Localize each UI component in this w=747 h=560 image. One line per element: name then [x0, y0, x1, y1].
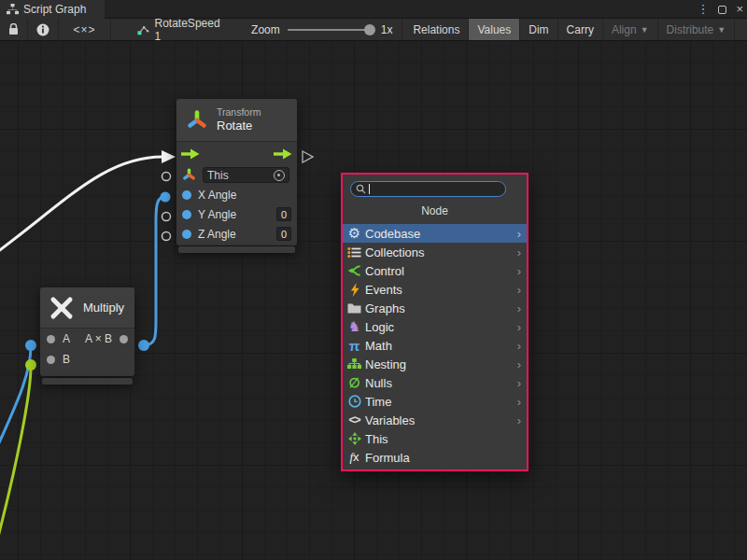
search-icon [356, 184, 366, 194]
graph-toolbar: <×> RotateSpeed 1 Zoom 1x RelationsValue… [0, 19, 747, 41]
menu-item-formula[interactable]: fxFormula [343, 448, 527, 467]
zoom-control: Zoom 1x [242, 19, 402, 40]
carry-button[interactable]: Carry [558, 19, 603, 40]
fx-icon: fx [346, 450, 362, 465]
multiply-to-xangle-wire[interactable] [144, 197, 165, 345]
multiply-row-b: B [40, 349, 134, 370]
output-port[interactable] [120, 335, 128, 343]
menu-item-this[interactable]: This [343, 429, 527, 448]
dropdown-arrow-icon: ▼ [641, 25, 649, 35]
multiply-node[interactable]: Multiply A A × B B [40, 287, 134, 376]
input-a-label: A [63, 332, 70, 345]
flow-out-arrow-icon[interactable] [274, 148, 292, 160]
chevron-right-icon: › [517, 396, 521, 408]
y-angle-value-field[interactable]: 0 [276, 207, 291, 221]
x-angle-port[interactable] [182, 190, 191, 200]
flow-port-row [176, 142, 297, 165]
z-angle-row: Z Angle0 [176, 224, 297, 244]
this-port-circle[interactable] [162, 173, 171, 181]
values-button[interactable]: Values [469, 19, 520, 40]
close-icon[interactable]: × [736, 0, 743, 19]
menu-item-events[interactable]: Events› [343, 280, 527, 299]
flow-output-triangle[interactable] [303, 151, 313, 162]
move-icon [346, 431, 362, 446]
input-b-label: B [63, 353, 70, 366]
flow-wire[interactable] [0, 157, 162, 252]
maximize-icon[interactable] [718, 6, 726, 14]
angle-brackets-icon: <> [346, 413, 362, 427]
menu-item-label: Logic [365, 320, 514, 334]
folder-icon [346, 301, 362, 315]
transform-node-footer [178, 246, 295, 253]
menu-item-logic[interactable]: ♞Logic› [343, 317, 527, 336]
button-label: Relations [413, 23, 459, 36]
transform-axes-icon [186, 109, 208, 132]
popup-header: Node [343, 204, 527, 221]
align-button[interactable]: Align▼ [603, 19, 658, 40]
menu-item-control[interactable]: Control› [343, 261, 527, 280]
code-view-button[interactable]: <×> [59, 19, 111, 40]
yangle-port-circle[interactable] [162, 213, 171, 221]
menu-item-variables[interactable]: <>Variables› [343, 411, 527, 429]
wire-into-a[interactable] [0, 346, 31, 447]
port-label: X Angle [198, 189, 291, 202]
chevron-right-icon: › [517, 358, 521, 371]
object-picker-icon[interactable] [274, 170, 285, 181]
zangle-port-circle[interactable] [162, 232, 171, 241]
distribute-button[interactable]: Distribute▼ [658, 19, 736, 40]
port-label: Z Angle [198, 228, 268, 241]
xangle-port-endpoint[interactable] [161, 192, 171, 203]
output-port-endpoint[interactable] [138, 340, 149, 351]
a-port-endpoint[interactable] [25, 340, 36, 351]
menu-item-label: Time [365, 395, 514, 409]
input-a-port[interactable] [47, 335, 55, 343]
menu-item-time[interactable]: Time› [343, 392, 527, 411]
search-field[interactable] [350, 181, 506, 197]
menu-item-nulls[interactable]: ∅Nulls› [343, 373, 527, 392]
port-label: Y Angle [198, 208, 268, 221]
b-port-endpoint[interactable] [25, 359, 36, 371]
z-angle-port[interactable] [182, 230, 191, 239]
pi-icon: π [346, 338, 362, 353]
lock-icon [8, 23, 19, 35]
tab-script-graph[interactable]: Script Graph [0, 0, 105, 19]
menu-item-nesting[interactable]: Nesting› [343, 355, 527, 373]
y-angle-port[interactable] [182, 210, 191, 219]
graph-reference[interactable]: RotateSpeed 1 [126, 19, 233, 40]
info-button[interactable] [28, 19, 59, 40]
chevron-right-icon: › [517, 377, 521, 389]
menu-item-collections[interactable]: Collections› [343, 243, 527, 261]
info-icon [36, 23, 49, 36]
chevron-right-icon: › [517, 265, 521, 277]
transform-node-header: Transform Rotate [176, 99, 297, 142]
this-object-field[interactable]: This [203, 167, 289, 183]
graph-canvas[interactable]: Transform Rotate [0, 41, 747, 560]
flow-input-arrow[interactable] [162, 150, 176, 163]
lock-button[interactable] [0, 19, 28, 40]
wire-into-b[interactable] [0, 367, 31, 540]
menu-item-math[interactable]: πMath› [343, 336, 527, 355]
zoom-slider-handle[interactable] [364, 24, 375, 35]
graph-reference-label: RotateSpeed 1 [155, 17, 222, 43]
button-label: Distribute [667, 23, 714, 36]
transform-rotate-node[interactable]: Transform Rotate [176, 99, 297, 245]
graph-reference-icon [137, 23, 149, 35]
relations-button[interactable]: Relations [404, 19, 469, 40]
menu-item-graphs[interactable]: Graphs› [343, 299, 527, 317]
button-label: Align [612, 23, 637, 36]
dim-button[interactable]: Dim [520, 19, 557, 40]
fuzzy-finder-popup: Node ⚙Codebase›Collections›Control›Event… [341, 173, 529, 471]
menu-item-label: This [365, 432, 521, 446]
zoom-level: 1x [381, 23, 393, 36]
grid-icon [346, 357, 362, 371]
z-angle-value-field[interactable]: 0 [276, 227, 291, 241]
tab-label: Script Graph [23, 3, 86, 16]
menu-item-label: Math [365, 339, 514, 353]
x-angle-row: X Angle [176, 185, 297, 204]
input-b-port[interactable] [47, 356, 55, 364]
chevron-right-icon: › [517, 414, 521, 427]
kebab-menu-icon[interactable]: ⋮ [697, 0, 709, 19]
zoom-slider[interactable] [288, 29, 374, 31]
flow-in-arrow-icon[interactable] [181, 148, 200, 160]
menu-item-codebase[interactable]: ⚙Codebase› [343, 224, 527, 243]
